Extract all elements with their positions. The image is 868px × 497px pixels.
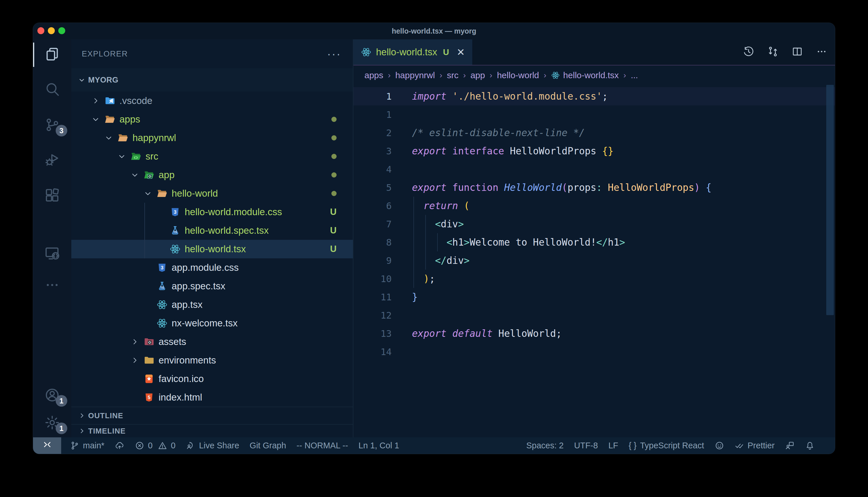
status-cloud-upload[interactable] — [115, 441, 124, 450]
breadcrumb-happynrwl[interactable]: happynrwl — [395, 70, 435, 80]
status-live-share[interactable]: Live Share — [186, 441, 239, 450]
tree-item-label: favicon.ico — [159, 373, 204, 384]
status-prettier[interactable]: Prettier — [735, 441, 775, 450]
code-line: 10 ); — [354, 270, 835, 288]
tree-item-environments[interactable]: environments — [71, 351, 353, 370]
tree-root-myorg[interactable]: MYORG — [71, 68, 353, 91]
line-number: 10 — [354, 273, 392, 284]
react-icon — [361, 47, 371, 57]
folder-app-icon — [143, 169, 157, 181]
folder-tan-icon — [156, 188, 170, 199]
chevron-right-icon — [130, 356, 143, 365]
badge: 3 — [56, 125, 67, 137]
svg-text:3: 3 — [161, 265, 163, 270]
tree-item-hello-world.tsx[interactable]: hello-world.tsxU — [71, 240, 353, 258]
activity-more[interactable] — [33, 272, 71, 299]
status-bell[interactable] — [805, 441, 815, 450]
tree-indent-guide — [144, 203, 145, 258]
tree-item-nx-welcome.tsx[interactable]: nx-welcome.tsx — [71, 314, 353, 332]
line-number: 14 — [354, 346, 392, 357]
tree-item-.vscode[interactable]: .vscode — [71, 91, 353, 110]
breadcrumb-app[interactable]: app — [470, 70, 485, 80]
breadcrumb-hello-world.tsx[interactable]: hello-world.tsx — [551, 70, 619, 80]
tree-item-label: environments — [159, 355, 216, 366]
close-tab-icon[interactable]: ✕ — [457, 47, 465, 57]
remote-indicator[interactable] — [33, 437, 61, 454]
breadcrumb-separator: › — [543, 71, 546, 80]
activity-accounts[interactable]: 1 — [33, 382, 71, 410]
status--normal-[interactable]: -- NORMAL -- — [297, 441, 348, 450]
test-ts-icon: TS — [156, 281, 170, 292]
tree-item-apps[interactable]: apps — [71, 110, 353, 129]
breadcrumb-apps[interactable]: apps — [364, 70, 383, 80]
vscode-folder-icon — [105, 95, 118, 106]
split-editor-icon[interactable] — [791, 46, 803, 58]
activity-run-debug[interactable] — [33, 146, 71, 174]
breadcrumb-...[interactable]: ... — [631, 70, 638, 80]
sidebar-explorer: EXPLORER ··· MYORG .vscodeappshappynrwls… — [71, 39, 354, 437]
status-octoface[interactable] — [715, 441, 724, 450]
tree-item-assets[interactable]: assets — [71, 332, 353, 351]
status-0[interactable]: 0 — [135, 441, 152, 450]
tree-item-app.module.css[interactable]: 3app.module.css — [71, 258, 353, 277]
octoface-icon — [715, 441, 724, 450]
tree-item-hello-world[interactable]: hello-world — [71, 184, 353, 203]
folder-assets-icon — [143, 336, 157, 347]
tree-item-label: assets — [159, 336, 186, 347]
cloud-upload-icon — [115, 441, 124, 450]
tree-item-hello-world.module.css[interactable]: 3hello-world.module.cssU — [71, 203, 353, 221]
status-feedback[interactable] — [785, 441, 795, 450]
remote-indicator-icon — [42, 439, 53, 452]
tree-item-favicon.ico[interactable]: favicon.ico — [71, 370, 353, 388]
tree-item-label: hello-world.module.css — [185, 207, 282, 217]
tab-label: hello-world.tsx — [376, 47, 437, 58]
code-editor[interactable]: 1import './hello-world.module.css';12/* … — [354, 85, 835, 437]
tree-item-src[interactable]: src — [71, 147, 353, 166]
activity-explorer[interactable] — [33, 41, 71, 69]
breadcrumb-src[interactable]: src — [447, 70, 458, 80]
outline-section[interactable]: OUTLINE — [71, 407, 353, 424]
tree-item-happynrwl[interactable]: happynrwl — [71, 129, 353, 147]
status-typescript-react[interactable]: { }TypeScript React — [629, 441, 704, 450]
chevron-down-icon — [143, 189, 156, 198]
chevron-down-icon — [91, 115, 105, 124]
compare-changes-icon[interactable] — [767, 46, 779, 58]
activity-search[interactable] — [33, 76, 71, 104]
tree-item-app[interactable]: app — [71, 166, 353, 184]
status-ln-1-col-1[interactable]: Ln 1, Col 1 — [359, 441, 399, 450]
activity-remote-explorer[interactable] — [33, 240, 71, 268]
history-icon[interactable] — [743, 46, 754, 58]
status-main-[interactable]: main* — [70, 441, 105, 450]
css3-icon: 3 — [156, 262, 170, 273]
breadcrumb-hello-world[interactable]: hello-world — [497, 70, 539, 80]
chevron-right-icon — [78, 412, 86, 420]
tab-hello-world-tsx[interactable]: hello-world.tsx U ✕ — [354, 39, 472, 65]
status-utf-8[interactable]: UTF-8 — [574, 441, 598, 450]
git-modified-dot — [331, 172, 336, 178]
tree-item-app.tsx[interactable]: app.tsx — [71, 295, 353, 314]
activity-extensions[interactable] — [33, 182, 71, 210]
status-0[interactable]: 0 — [158, 441, 175, 450]
status-git-graph[interactable]: Git Graph — [250, 441, 286, 450]
line-number: 1 — [354, 91, 392, 102]
tree-item-app.spec.tsx[interactable]: TSapp.spec.tsx — [71, 277, 353, 295]
tree-item-label: hello-world.spec.tsx — [185, 225, 269, 236]
tree-item-index.html[interactable]: 5index.html — [71, 388, 353, 407]
titlebar[interactable]: hello-world.tsx — myorg — [33, 23, 835, 39]
feedback-icon — [785, 441, 795, 450]
tree-item-hello-world.spec.tsx[interactable]: TShello-world.spec.tsxU — [71, 221, 353, 240]
vscode-window: hello-world.tsx — myorg 311 EXPLORER ···… — [33, 23, 835, 454]
svg-text:TS: TS — [160, 286, 164, 289]
status-lf[interactable]: LF — [608, 441, 618, 450]
activity-settings[interactable]: 1 — [33, 409, 71, 437]
editor-scrollbar[interactable] — [826, 85, 834, 315]
svg-text:3: 3 — [174, 209, 176, 215]
activity-source-control[interactable]: 3 — [33, 112, 71, 139]
more-icon — [44, 277, 60, 294]
chevron-right-icon — [91, 97, 105, 105]
ellipsis-icon[interactable] — [816, 46, 827, 58]
status-spaces-2[interactable]: Spaces: 2 — [526, 441, 564, 450]
explorer-more-actions-icon[interactable]: ··· — [327, 51, 341, 57]
timeline-section[interactable]: TIMELINE — [71, 424, 353, 437]
code-line: 14 — [354, 343, 835, 361]
